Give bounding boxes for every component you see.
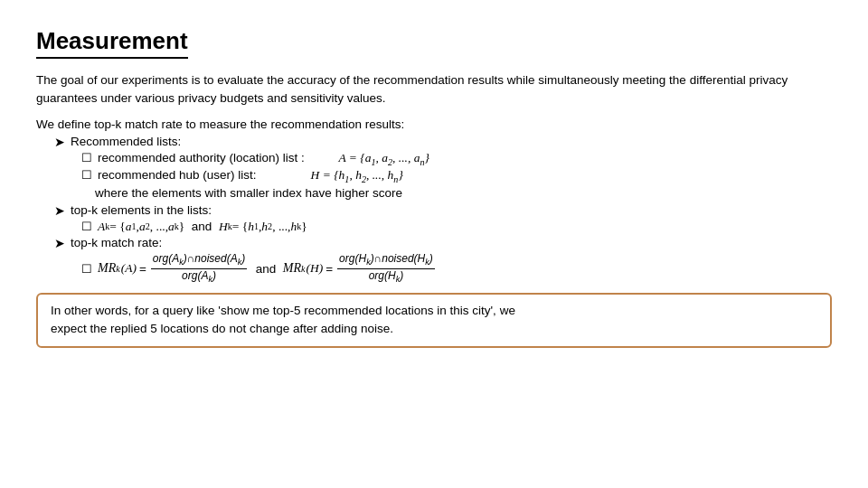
and-text-2: and (256, 262, 277, 276)
checkbox-icon-3: ☐ (81, 262, 92, 276)
bullet-topk-formula-row: ☐ Ak = {a1, a2, ..., ak} and Hk = {h1, h… (81, 220, 832, 234)
checkbox-icon-2: ☐ (81, 220, 92, 233)
checkbox-icon-1b: ☐ (81, 168, 92, 182)
checkbox-icon-1a: ☐ (81, 151, 92, 164)
slide: Measurement The goal of our experiments … (0, 0, 868, 488)
bullet-topk-matchrate: ➤ top-k match rate: (54, 236, 832, 250)
arrow-icon-3: ➤ (54, 236, 65, 250)
intro-paragraph: The goal of our experiments is to evalua… (36, 71, 832, 108)
arrow-icon-2: ➤ (54, 203, 65, 218)
bullet-topk-elements: ➤ top-k elements in the lists: (54, 203, 832, 218)
and-text-1: and (192, 220, 212, 233)
bullet-recommended-lists: ➤ Recommended lists: (54, 135, 832, 149)
bullet-authority-list: ☐ recommended authority (location) list … (81, 151, 832, 167)
indent-score-text: where the elements with smaller index ha… (95, 186, 832, 200)
fraction-H: org(Hk)∩noised(Hk) org(Hk) (337, 252, 435, 286)
arrow-icon-1: ➤ (54, 135, 65, 149)
fraction-A: org(Ak)∩noised(Ak) org(Ak) (151, 252, 247, 286)
bullet-matchrate-formula-row: ☐ MR k (A) = org(Ak)∩noised(Ak) org(Ak) … (81, 252, 832, 286)
define-text: We define top-k match rate to measure th… (36, 117, 832, 131)
bullet-hub-list: ☐ recommended hub (user) list: H = {h1, … (81, 168, 832, 184)
highlighted-summary-box: In other words, for a query like 'show m… (36, 293, 832, 348)
page-title: Measurement (36, 27, 188, 59)
